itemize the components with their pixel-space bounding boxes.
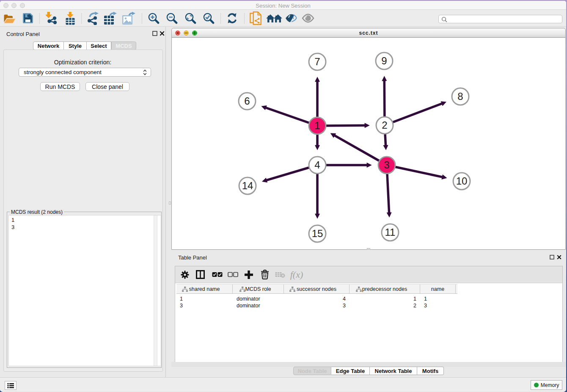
svg-text:10: 10 — [456, 175, 468, 187]
svg-text:8: 8 — [457, 91, 463, 102]
svg-text:2: 2 — [382, 119, 387, 131]
svg-text:6: 6 — [244, 95, 250, 107]
svg-text:7: 7 — [314, 56, 320, 67]
svg-text:9: 9 — [381, 55, 387, 66]
svg-text:1: 1 — [314, 120, 320, 131]
svg-text:3: 3 — [384, 159, 389, 171]
svg-text:14: 14 — [242, 180, 253, 191]
svg-text:15: 15 — [312, 228, 323, 239]
svg-text:11: 11 — [385, 226, 396, 238]
svg-text:4: 4 — [314, 159, 320, 171]
